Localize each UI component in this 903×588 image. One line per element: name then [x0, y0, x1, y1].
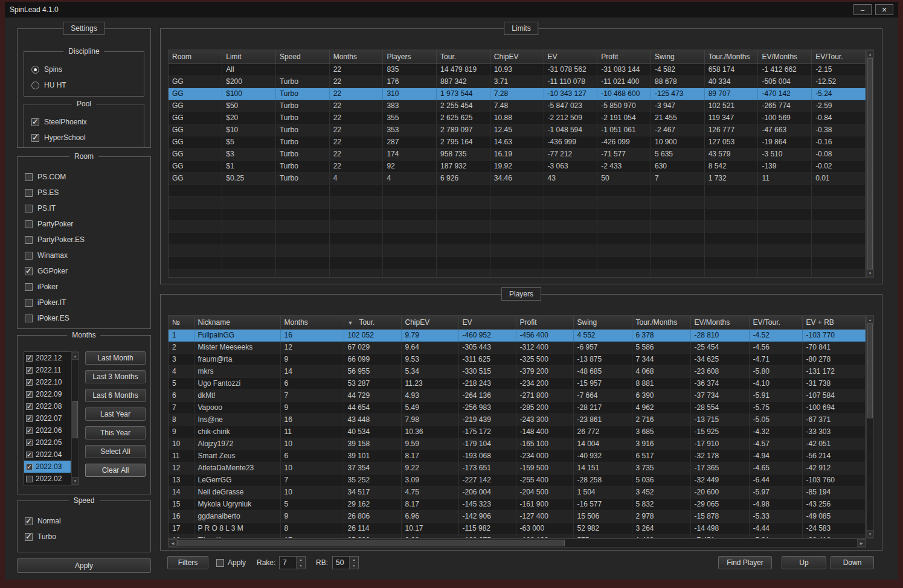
column-header-profit[interactable]: Profit [597, 50, 651, 63]
column-header-chipev[interactable]: ChipEV [401, 316, 458, 329]
column-header-tour-months[interactable]: Tour./Months [632, 316, 690, 329]
scrollbar-track[interactable] [72, 360, 79, 477]
scrollbar-thumb[interactable] [867, 58, 873, 269]
column-header-nickname[interactable]: Nickname [194, 316, 280, 329]
limits-vertical-scrollbar[interactable]: ▲ ▼ [866, 50, 874, 278]
table-row[interactable]: GG$0.25Turbo446 92634.46435071 732110.01 [169, 172, 866, 184]
scrollbar-thumb[interactable] [72, 401, 78, 438]
table-row[interactable]: 18Tibor Kovnec1725 3209.08-126 675-126 1… [169, 534, 866, 538]
scrollbar-track[interactable] [177, 539, 857, 547]
column-header-ev-tour[interactable]: EV/Tour. [749, 316, 802, 329]
column-header-limit[interactable]: Limit [222, 50, 276, 63]
spin-down-arrow-icon[interactable]: ▼ [350, 563, 358, 569]
scroll-down-arrow-icon[interactable]: ▼ [867, 530, 873, 538]
month-item-2022-07[interactable]: 2022.07 [24, 412, 71, 424]
table-row[interactable]: 2Mister Meeseeks1267 0299.64-305 443-312… [169, 341, 866, 353]
table-row[interactable]: 5Ugo Fantozzi653 28711.23-218 243-234 20… [169, 377, 866, 389]
column-header-tour[interactable]: ▼Tour. [344, 316, 401, 329]
filters-button[interactable]: Filters [167, 556, 208, 569]
scrollbar-thumb[interactable] [867, 324, 873, 418]
column-header-swing[interactable]: Swing [573, 316, 632, 329]
column-header-ev-months[interactable]: EV/Months [758, 50, 812, 63]
room-option-ipoker[interactable]: iPoker [18, 279, 150, 295]
months-scrollbar[interactable]: ▲ ▼ [71, 351, 79, 485]
scroll-right-arrow-icon[interactable]: ▶ [857, 539, 866, 547]
spin-down-arrow-icon[interactable]: ▼ [297, 563, 305, 569]
table-row[interactable] [169, 257, 866, 269]
apply-filter-checkbox[interactable]: Apply [216, 558, 246, 567]
scrollbar-thumb[interactable] [177, 540, 565, 546]
room-option-ps-es[interactable]: PS.ES [18, 185, 150, 200]
this-year-button[interactable]: This Year [85, 426, 146, 439]
rake-stepper[interactable]: 7 ▲ ▼ [279, 556, 306, 569]
column-header-ev[interactable]: EV [458, 316, 516, 329]
table-row[interactable] [169, 232, 866, 244]
table-row[interactable]: 13LeGerrGG735 2523.09-227 142-255 400-28… [169, 474, 866, 486]
table-row[interactable]: GG$20Turbo223552 625 62510.88-2 212 509-… [169, 112, 866, 124]
table-row-selected[interactable]: 1FullpainGG16102 0529.79-460 952-456 400… [169, 329, 866, 341]
column-header-players[interactable]: Players [383, 50, 437, 63]
scrollbar-track[interactable] [867, 58, 873, 269]
column-header-tour[interactable]: Tour. [437, 50, 490, 63]
table-row[interactable]: 15Mykola Ugryniuk529 1628.17-145 323-161… [169, 498, 866, 510]
spin-up-arrow-icon[interactable]: ▲ [297, 557, 305, 563]
column-header-ev[interactable]: EV [544, 50, 597, 63]
room-option-winamax[interactable]: Winamax [18, 248, 150, 263]
scroll-down-arrow-icon[interactable]: ▼ [72, 477, 79, 485]
table-row[interactable]: 10Alojzy19721039 1589.59-179 104-165 100… [169, 438, 866, 450]
column-header-ev-rb[interactable]: EV + RB [802, 316, 866, 329]
discipline-option-spins[interactable]: Spins [24, 62, 144, 77]
up-button[interactable]: Up [782, 556, 826, 569]
column-header-item[interactable]: № [169, 316, 194, 329]
table-row[interactable] [169, 269, 866, 278]
table-row[interactable] [169, 184, 866, 196]
scroll-left-arrow-icon[interactable]: ◀ [169, 539, 177, 547]
month-item-2022-08[interactable]: 2022.08 [24, 400, 71, 412]
rb-stepper[interactable]: 50 ▲ ▼ [332, 556, 359, 569]
scrollbar-track[interactable] [867, 324, 873, 530]
month-item-2022-09[interactable]: 2022.09 [24, 388, 71, 400]
table-row[interactable]: 6dkMt!744 7294.93-264 136-271 800-7 6646… [169, 389, 866, 401]
room-option-ipoker-it[interactable]: iPoker.IT [18, 295, 150, 310]
table-row-selected[interactable]: GG$100Turbo223101 973 5447.28-10 343 127… [169, 88, 866, 100]
month-item-2022-03[interactable]: 2022.03 [24, 461, 71, 473]
column-header-swing[interactable]: Swing [651, 50, 704, 63]
table-row[interactable]: 8Ins@ne1643 4487.98-219 439-243 300-23 8… [169, 414, 866, 426]
minimize-button[interactable]: – [853, 4, 872, 15]
clear-all-button[interactable]: Clear All [85, 464, 146, 477]
last-year-button[interactable]: Last Year [85, 407, 146, 421]
month-item-2022-11[interactable]: 2022.11 [24, 364, 71, 376]
table-row[interactable]: GG$3Turbo22174958 73516.19-77 212-71 577… [169, 148, 866, 160]
apply-button[interactable]: Apply [17, 558, 151, 573]
room-option-partypoker[interactable]: PartyPoker [18, 216, 150, 232]
table-row[interactable]: 7Vapooo944 6545.49-256 983-285 200-28 21… [169, 401, 866, 414]
table-row[interactable]: 3fraum@rta966 0999.53-311 625-325 500-13… [169, 353, 866, 365]
pool-option-hyperschool[interactable]: HyperSchool [24, 130, 144, 145]
table-row[interactable]: 4mkrs1456 9555.34-330 515-379 200-48 685… [169, 365, 866, 377]
table-row[interactable]: All2283514 479 81910.93-31 078 562-31 08… [169, 63, 866, 75]
table-row[interactable] [169, 208, 866, 220]
table-row[interactable]: GG$200Turbo22176887 3423.71-11 110 078-1… [169, 75, 866, 88]
month-item-2022-10[interactable]: 2022.10 [24, 376, 71, 388]
room-option-ps-com[interactable]: PS.COM [18, 169, 150, 185]
table-row[interactable]: GG$1Turbo2292187 93219.92-3 063-2 433630… [169, 160, 866, 172]
speed-option-turbo[interactable]: Turbo [18, 529, 150, 545]
table-row[interactable]: 12AtletaDaMente231037 3549.22-173 651-15… [169, 462, 866, 474]
table-row[interactable]: 11Smart Zeus639 1018.17-193 068-234 000-… [169, 450, 866, 462]
column-header-chipev[interactable]: ChipEV [490, 50, 544, 63]
column-header-room[interactable]: Room [169, 50, 222, 63]
down-button[interactable]: Down [831, 556, 874, 569]
table-row[interactable] [169, 220, 866, 232]
table-row[interactable] [169, 244, 866, 257]
table-row[interactable]: 14Neil deGrasse1034 5174.75-206 004-204 … [169, 486, 866, 498]
last-3-months-button[interactable]: Last 3 Months [85, 370, 146, 383]
scroll-down-arrow-icon[interactable]: ▼ [867, 269, 873, 277]
room-option-ps-it[interactable]: PS.IT [18, 200, 150, 216]
column-header-ev-months[interactable]: EV/Months [690, 316, 749, 329]
table-row[interactable]: 16ggdanalberto926 8066.96-142 906-127 40… [169, 510, 866, 522]
column-header-speed[interactable]: Speed [275, 50, 329, 63]
column-header-ev-tour[interactable]: EV/Tour. [812, 50, 866, 63]
column-header-tour-months[interactable]: Tour./Months [704, 50, 758, 63]
players-vertical-scrollbar[interactable]: ▲ ▼ [866, 315, 874, 538]
room-option-partypoker-es[interactable]: PartyPoker.ES [18, 232, 150, 248]
